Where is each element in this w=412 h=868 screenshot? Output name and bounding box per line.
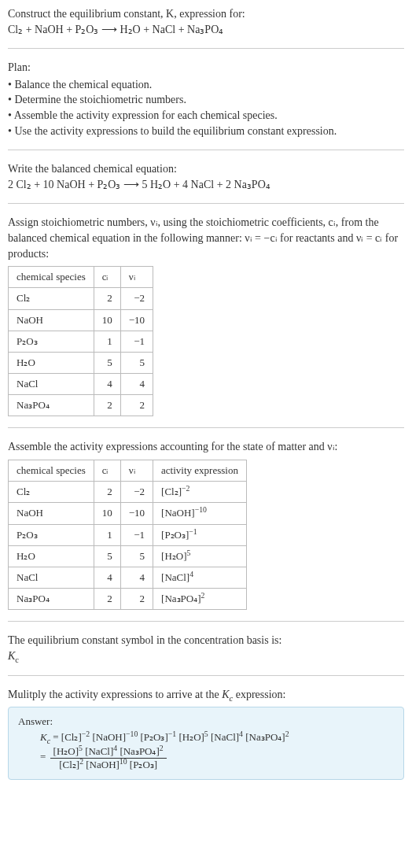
intro-line1: Construct the equilibrium constant, K, e… [8,6,404,22]
cell-species: Cl₂ [9,288,94,309]
divider [8,675,404,676]
cell-vi: −10 [120,503,153,524]
answer-box: Answer: Kc = [Cl₂]−2 [NaOH]−10 [P₂O₃]−1 … [8,707,404,780]
col-vi: νᵢ [120,460,153,482]
plan-item: Balance the chemical equation. [8,77,404,93]
kc-prefix: Kc = [40,731,61,743]
term: [NaCl]4 [85,745,117,757]
divider [8,48,404,49]
answer-label: Answer: [18,715,394,728]
cell-species: NaOH [9,309,94,331]
col-species: chemical species [9,267,94,288]
cell-ci: 2 [94,395,120,416]
cell-ci: 4 [94,567,120,588]
cell-activity-expr: [P₂O₃]−1 [153,524,247,545]
col-activity: activity expression [153,460,247,482]
plan-heading: Plan: [8,60,404,76]
term: [P₂O₃]−1 [141,731,177,743]
table-row: NaCl44 [9,374,153,395]
table-header-row: chemical species cᵢ νᵢ [9,267,153,288]
plan-list: Balance the chemical equation. Determine… [8,77,404,139]
divider [8,427,404,428]
cell-species: NaCl [9,374,94,395]
k-base: K [8,650,15,662]
table-row: Na₃PO₄22 [9,395,153,416]
answer-line2: = [H₂O]5 [NaCl]4 [Na₃PO₄]2 [Cl₂]2 [NaOH]… [40,745,394,771]
cell-vi: −2 [120,482,153,503]
col-ci: cᵢ [94,267,120,288]
balanced-section: Write the balanced chemical equation: 2 … [8,161,404,192]
col-vi: νᵢ [120,267,153,288]
table-header-row: chemical species cᵢ νᵢ activity expressi… [9,460,247,482]
symbol-kc: Kc [8,648,404,664]
multiply-heading: Mulitply the activity expressions to arr… [8,687,404,703]
cell-vi: 5 [120,352,153,373]
cell-activity-expr: [NaOH]−10 [153,503,247,524]
plan-section: Plan: Balance the chemical equation. Det… [8,60,404,139]
stoich-table: chemical species cᵢ νᵢ Cl₂2−2NaOH10−10P₂… [8,266,153,416]
plan-item: Assemble the activity expression for eac… [8,108,404,124]
term: [Na₃PO₄]2 [120,745,163,757]
table-row: NaCl44[NaCl]4 [9,567,247,588]
cell-ci: 4 [94,374,120,395]
term: [Cl₂]2 [59,759,83,770]
cell-species: P₂O₃ [9,524,94,545]
activity-heading: Assemble the activity expressions accoun… [8,439,404,455]
cell-ci: 5 [94,352,120,373]
term: [Cl₂]−2 [61,731,90,743]
cell-vi: 5 [120,545,153,567]
balanced-heading: Write the balanced chemical equation: [8,161,404,177]
k-sub: c [15,656,19,664]
cell-ci: 1 [94,331,120,352]
plan-item: Use the activity expressions to build th… [8,124,404,139]
table-row: P₂O₃1−1 [9,331,153,352]
table-row: Cl₂2−2 [9,288,153,309]
symbol-section: The equilibrium constant symbol in the c… [8,633,404,663]
term: [NaOH]10 [86,759,127,770]
multiply-section: Mulitply the activity expressions to arr… [8,687,404,703]
table-row: NaOH10−10[NaOH]−10 [9,503,247,524]
cell-species: Na₃PO₄ [9,395,94,416]
table-row: P₂O₃1−1[P₂O₃]−1 [9,524,247,545]
plan-item: Determine the stoichiometric numbers. [8,92,404,108]
intro-equation: Cl₂ + NaOH + P₂O₃ ⟶ H₂O + NaCl + Na₃PO₄ [8,22,404,38]
cell-ci: 2 [94,589,120,610]
divider [8,621,404,622]
cell-vi: −1 [120,331,153,352]
cell-ci: 10 [94,503,120,524]
term: [P₂O₃] [130,759,157,770]
cell-ci: 2 [94,288,120,309]
term: [NaCl]4 [211,731,243,743]
cell-species: H₂O [9,352,94,373]
cell-species: NaOH [9,503,94,524]
activity-table: chemical species cᵢ νᵢ activity expressi… [8,460,247,610]
stoich-section: Assign stoichiometric numbers, νᵢ, using… [8,215,404,416]
cell-activity-expr: [NaCl]4 [153,567,247,588]
term: [H₂O]5 [53,745,83,757]
cell-species: Cl₂ [9,482,94,503]
cell-vi: 4 [120,567,153,588]
cell-species: Na₃PO₄ [9,589,94,610]
cell-species: NaCl [9,567,94,588]
cell-vi: −10 [120,309,153,331]
cell-vi: 4 [120,374,153,395]
cell-activity-expr: [Cl₂]−2 [153,482,247,503]
term: [NaOH]−10 [92,731,138,743]
activity-section: Assemble the activity expressions accoun… [8,439,404,610]
cell-ci: 2 [94,482,120,503]
cell-activity-expr: [H₂O]5 [153,545,247,567]
cell-vi: −2 [120,288,153,309]
cell-species: H₂O [9,545,94,567]
cell-vi: −1 [120,524,153,545]
page-root: Construct the equilibrium constant, K, e… [0,0,412,786]
table-row: Cl₂2−2[Cl₂]−2 [9,482,247,503]
col-ci: cᵢ [94,460,120,482]
answer-line1: Kc = [Cl₂]−2 [NaOH]−10 [P₂O₃]−1 [H₂O]5 [… [40,731,394,744]
intro-section: Construct the equilibrium constant, K, e… [8,6,404,37]
cell-species: P₂O₃ [9,331,94,352]
cell-ci: 5 [94,545,120,567]
col-species: chemical species [9,460,94,482]
table-row: NaOH10−10 [9,309,153,331]
table-row: H₂O55[H₂O]5 [9,545,247,567]
cell-vi: 2 [120,395,153,416]
